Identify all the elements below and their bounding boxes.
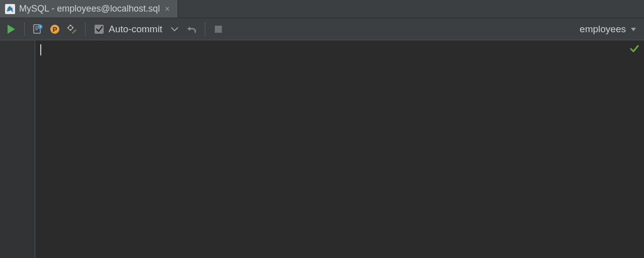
toolbar-separator (24, 23, 25, 36)
commit-dropdown-button[interactable] (168, 22, 182, 36)
mysql-dolphin-icon (5, 4, 15, 14)
tab-sql-console[interactable]: MySQL - employees@localhost.sql × (0, 0, 178, 18)
undo-icon (186, 24, 197, 35)
auto-commit-toggle[interactable]: Auto-commit (92, 24, 165, 35)
editor-gutter[interactable] (0, 40, 35, 258)
checkbox-checked-icon (94, 24, 105, 35)
sql-editor[interactable] (35, 40, 644, 258)
svg-point-10 (68, 26, 72, 30)
svg-text:P: P (53, 26, 57, 33)
stop-icon (214, 25, 223, 34)
svg-rect-16 (215, 26, 222, 33)
schema-selector[interactable]: employees (578, 24, 639, 35)
toolbar: P Auto-commit (0, 18, 644, 40)
svg-rect-12 (70, 29, 71, 31)
editor-area (0, 40, 644, 258)
tab-bar: MySQL - employees@localhost.sql × (0, 0, 644, 18)
toolbar-separator (85, 23, 86, 36)
tab-title: MySQL - employees@localhost.sql (19, 4, 160, 14)
auto-commit-label: Auto-commit (109, 24, 163, 35)
svg-rect-11 (70, 25, 71, 26)
toolbar-separator (205, 23, 205, 36)
document-clock-icon (32, 24, 43, 35)
svg-rect-15 (95, 25, 104, 34)
stop-button[interactable] (211, 22, 225, 36)
execute-button[interactable] (4, 22, 18, 36)
p-badge-icon: P (49, 24, 60, 35)
analysis-ok-icon[interactable] (630, 44, 639, 53)
triangle-down-icon (630, 26, 637, 33)
text-caret (40, 44, 41, 55)
explain-plan-button[interactable] (31, 22, 45, 36)
chevron-down-icon (170, 25, 179, 34)
svg-rect-14 (72, 27, 73, 28)
play-icon (7, 24, 16, 34)
rollback-button[interactable] (185, 22, 199, 36)
close-icon[interactable]: × (164, 5, 171, 13)
wrench-gear-icon (66, 24, 77, 35)
parameters-button[interactable]: P (48, 22, 62, 36)
schema-name: employees (580, 24, 626, 35)
settings-button[interactable] (65, 22, 79, 36)
svg-rect-13 (67, 27, 69, 28)
